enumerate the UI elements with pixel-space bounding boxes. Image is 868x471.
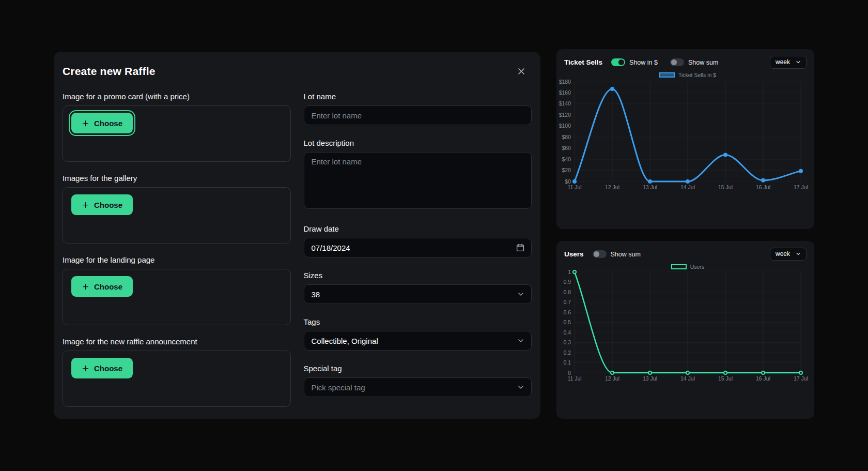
lot-name-input[interactable] bbox=[304, 105, 532, 125]
create-raffle-modal: Create new Raffle Image for a promo card… bbox=[54, 52, 540, 419]
plus-icon bbox=[82, 283, 89, 291]
special-tag-field-group: Special tag Pick special tag bbox=[304, 364, 532, 397]
svg-text:12 Jul: 12 Jul bbox=[605, 184, 619, 190]
lot-description-field-group: Lot description bbox=[304, 139, 532, 211]
plus-icon bbox=[82, 364, 89, 372]
draw-date-input[interactable]: 07/18/2024 bbox=[304, 238, 532, 257]
page-title: Create new Raffle bbox=[63, 65, 156, 78]
modal-columns: Image for a promo card (with a price) Ch… bbox=[63, 92, 532, 419]
special-tag-placeholder: Pick special tag bbox=[312, 383, 365, 392]
plus-icon bbox=[82, 119, 89, 127]
svg-text:11 Jul: 11 Jul bbox=[567, 375, 581, 382]
svg-text:0.4: 0.4 bbox=[563, 329, 571, 336]
ticket-sells-chart: $0$20$40$60$80$100$120$140$160$18011 Jul… bbox=[556, 49, 814, 229]
svg-text:0.8: 0.8 bbox=[563, 289, 571, 295]
svg-text:0: 0 bbox=[568, 370, 571, 376]
upload-label: Images for the gallery bbox=[63, 174, 291, 183]
svg-text:$80: $80 bbox=[562, 134, 571, 140]
lot-name-field-group: Lot name bbox=[304, 92, 532, 125]
svg-text:15 Jul: 15 Jul bbox=[718, 184, 733, 190]
lot-description-textarea[interactable] bbox=[304, 152, 532, 209]
announcement-dropzone: Choose bbox=[63, 351, 291, 407]
svg-text:0.3: 0.3 bbox=[563, 339, 571, 345]
svg-text:1: 1 bbox=[568, 269, 571, 275]
choose-promo-card-button[interactable]: Choose bbox=[71, 113, 133, 133]
users-chart: 00.10.20.30.40.50.60.70.80.9111 Jul12 Ju… bbox=[556, 241, 814, 419]
svg-text:13 Jul: 13 Jul bbox=[643, 184, 657, 190]
sizes-value: 38 bbox=[312, 290, 320, 299]
svg-text:0.5: 0.5 bbox=[563, 319, 571, 325]
special-tag-select[interactable]: Pick special tag bbox=[304, 377, 532, 397]
upload-section-announcement: Image for the new raffle announcement Ch… bbox=[63, 337, 291, 407]
draw-date-label: Draw date bbox=[304, 224, 532, 233]
upload-label: Image for the landing page bbox=[63, 255, 291, 264]
svg-text:$40: $40 bbox=[562, 156, 571, 162]
dashboard-page: { "modal": { "title": "Create new Raffle… bbox=[0, 0, 868, 471]
svg-text:14 Jul: 14 Jul bbox=[680, 375, 695, 382]
chevron-down-icon bbox=[517, 383, 525, 391]
svg-text:$100: $100 bbox=[559, 123, 571, 129]
svg-text:14 Jul: 14 Jul bbox=[680, 184, 695, 190]
fields-column: Lot name Lot description Draw date 07/18… bbox=[304, 92, 532, 419]
lot-description-label: Lot description bbox=[304, 139, 532, 147]
sizes-field-group: Sizes 38 bbox=[304, 271, 532, 304]
chevron-down-icon bbox=[517, 337, 525, 345]
modal-header: Create new Raffle bbox=[63, 65, 532, 78]
svg-text:12 Jul: 12 Jul bbox=[605, 375, 619, 382]
choose-button-label: Choose bbox=[94, 364, 122, 373]
calendar-icon[interactable] bbox=[516, 243, 525, 252]
draw-date-field-group: Draw date 07/18/2024 bbox=[304, 224, 532, 257]
svg-text:$180: $180 bbox=[559, 79, 571, 85]
special-tag-label: Special tag bbox=[304, 364, 532, 373]
svg-text:13 Jul: 13 Jul bbox=[643, 375, 657, 382]
svg-text:0.2: 0.2 bbox=[563, 350, 571, 356]
promo-card-dropzone: Choose bbox=[63, 105, 291, 162]
users-panel: Users Show sum week Users 00.10.20.30.40… bbox=[556, 241, 814, 419]
gallery-dropzone: Choose bbox=[63, 187, 291, 244]
plus-icon bbox=[82, 201, 89, 209]
svg-text:$160: $160 bbox=[559, 89, 571, 96]
close-icon bbox=[516, 66, 526, 77]
svg-text:$0: $0 bbox=[565, 178, 571, 185]
choose-button-label: Choose bbox=[94, 201, 122, 209]
svg-text:$140: $140 bbox=[559, 100, 571, 107]
upload-label: Image for a promo card (with a price) bbox=[63, 92, 291, 101]
upload-section-promo-card: Image for a promo card (with a price) Ch… bbox=[63, 92, 291, 162]
sizes-select[interactable]: 38 bbox=[304, 284, 532, 304]
choose-button-label: Choose bbox=[94, 119, 122, 128]
svg-text:17 Jul: 17 Jul bbox=[794, 375, 808, 382]
ticket-sells-panel: Ticket Sells Show in $ Show sum week Tic… bbox=[556, 49, 814, 229]
svg-text:0.9: 0.9 bbox=[563, 279, 571, 285]
choose-announcement-button[interactable]: Choose bbox=[71, 358, 133, 378]
tags-label: Tags bbox=[304, 317, 532, 326]
lot-name-label: Lot name bbox=[304, 92, 532, 101]
tags-field-group: Tags Collectible, Original bbox=[304, 317, 532, 351]
sizes-label: Sizes bbox=[304, 271, 532, 280]
svg-text:16 Jul: 16 Jul bbox=[756, 375, 770, 382]
choose-landing-page-button[interactable]: Choose bbox=[71, 276, 133, 297]
svg-text:0.1: 0.1 bbox=[563, 359, 571, 366]
svg-text:$120: $120 bbox=[559, 112, 571, 118]
upload-section-landing-page: Image for the landing page Choose bbox=[63, 255, 291, 325]
upload-section-gallery: Images for the gallery Choose bbox=[63, 174, 291, 244]
upload-label: Image for the new raffle announcement bbox=[63, 337, 291, 346]
choose-button-label: Choose bbox=[94, 282, 122, 291]
svg-text:$60: $60 bbox=[562, 145, 571, 151]
close-button[interactable] bbox=[515, 65, 528, 78]
landing-page-dropzone: Choose bbox=[63, 269, 291, 325]
chevron-down-icon bbox=[517, 290, 525, 298]
svg-text:16 Jul: 16 Jul bbox=[756, 184, 770, 190]
draw-date-value: 07/18/2024 bbox=[312, 244, 350, 252]
uploads-column: Image for a promo card (with a price) Ch… bbox=[63, 92, 291, 419]
choose-gallery-button[interactable]: Choose bbox=[71, 194, 133, 215]
svg-text:17 Jul: 17 Jul bbox=[794, 184, 808, 190]
svg-text:0.7: 0.7 bbox=[563, 299, 571, 305]
svg-text:15 Jul: 15 Jul bbox=[718, 375, 733, 382]
svg-text:11 Jul: 11 Jul bbox=[567, 184, 581, 190]
tags-value: Collectible, Original bbox=[312, 337, 378, 345]
tags-select[interactable]: Collectible, Original bbox=[304, 331, 532, 351]
svg-text:$20: $20 bbox=[562, 167, 571, 173]
svg-text:0.6: 0.6 bbox=[563, 309, 571, 315]
